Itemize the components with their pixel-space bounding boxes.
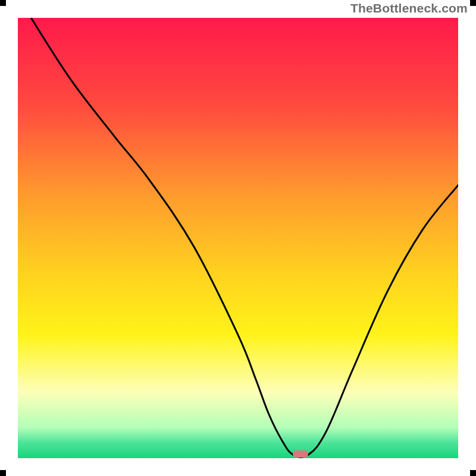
corner-tl [0, 0, 6, 6]
plot-area [18, 18, 458, 458]
chart-container: TheBottleneck.com [0, 0, 476, 476]
corner-bl [0, 470, 6, 476]
heatmap-background [18, 18, 458, 458]
optimal-point-marker [293, 450, 308, 458]
gradient-rect [18, 18, 458, 458]
corner-tr [470, 0, 476, 6]
watermark-text: TheBottleneck.com [350, 1, 468, 15]
corner-br [470, 470, 476, 476]
